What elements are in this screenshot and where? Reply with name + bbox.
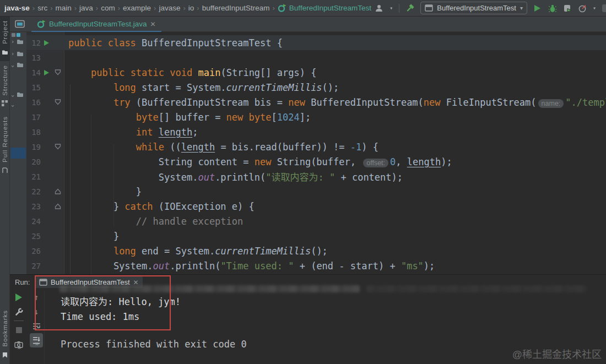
code-token: void — [170, 67, 192, 78]
code-token: "Time used: " — [220, 260, 294, 271]
fold-down-icon[interactable] — [52, 144, 64, 150]
breadcrumb-item[interactable]: javase — [159, 4, 180, 12]
breadcrumb-item[interactable]: com — [101, 4, 115, 12]
editor-tab[interactable]: BufferedInputStreamTest.java ✕ — [31, 17, 161, 32]
code-token: // handle exception — [136, 216, 243, 227]
fold-down-icon[interactable] — [52, 99, 64, 105]
code-token: new — [424, 97, 441, 108]
code-text: try (BufferedInputStream bis = new Buffe… — [64, 97, 606, 108]
soft-wrap-icon[interactable] — [30, 319, 43, 333]
more-options-icon[interactable]: » — [17, 344, 20, 351]
code-line[interactable]: 25 } — [26, 229, 606, 243]
code-line[interactable]: 23 } catch (IOException e) { — [26, 199, 606, 214]
code-editor[interactable]: 12public class BufferedInputStreamTest {… — [26, 32, 606, 274]
code-line[interactable]: 15 long start = System.currentTimeMillis… — [26, 80, 606, 95]
code-text: public class BufferedInputStreamTest { — [64, 37, 283, 48]
toolwindow-preview-icon[interactable] — [15, 20, 25, 28]
run-line-icon[interactable] — [41, 40, 52, 46]
project-tree-folder[interactable]: ⌄ — [10, 91, 26, 97]
code-line[interactable]: 17 byte[] buffer = new byte[1024]; — [26, 110, 606, 124]
clipped-toolbar-icon[interactable] — [602, 4, 606, 12]
fold-up-icon[interactable] — [52, 203, 64, 209]
run-line-icon[interactable] — [41, 70, 52, 75]
code-token: } — [68, 231, 119, 242]
fold-up-icon[interactable] — [52, 188, 64, 194]
more-options-icon[interactable]: » — [35, 340, 37, 347]
run-config-dropdown-arrow: ▾ — [520, 5, 523, 11]
code-line[interactable]: 18 int length; — [26, 124, 606, 139]
code-text: while ((length = bis.read(buffer)) != -1… — [64, 142, 378, 153]
toolwindow-bookmarks-button[interactable]: Bookmarks — [0, 306, 10, 364]
line-number: 13 — [26, 53, 41, 62]
breadcrumb-item[interactable]: BufferedInputStreamTest — [278, 4, 371, 13]
run-button[interactable] — [533, 4, 542, 13]
breadcrumb-item[interactable]: java — [79, 4, 93, 12]
breadcrumb-item[interactable]: main — [55, 4, 71, 12]
project-tree-selected-item[interactable] — [10, 148, 26, 159]
toolwindow-structure-button[interactable]: Structure — [0, 61, 10, 113]
chevron-right-icon: › — [11, 51, 15, 57]
run-with-coverage-icon[interactable] — [563, 4, 572, 13]
scroll-down-icon[interactable]: ↓ — [30, 305, 43, 319]
code-line[interactable]: 19 while ((length = bis.read(buffer)) !=… — [26, 139, 606, 154]
run-panel-label: Run: — [15, 278, 30, 286]
project-tree-folder[interactable]: › — [10, 39, 26, 45]
code-token: main — [198, 67, 221, 78]
code-token: ); — [441, 156, 452, 167]
debug-bug-icon[interactable] — [548, 4, 557, 13]
code-line[interactable]: 21 System.out.println("读取内容为: " + conten… — [26, 169, 606, 184]
code-line[interactable]: 14 public static void main(String[] args… — [26, 65, 606, 80]
code-token: [ — [272, 112, 277, 123]
pull-requests-label: Pull Requests — [2, 116, 8, 162]
run-options-dropdown-arrow[interactable]: ▾ — [593, 5, 596, 11]
code-line[interactable]: 13 — [26, 50, 606, 65]
fold-down-icon[interactable] — [52, 69, 64, 75]
code-token: byte — [136, 112, 159, 123]
code-text: System.out.println("Time used: " + (end … — [64, 260, 435, 271]
code-line[interactable]: 20 String content = new String(buffer, o… — [26, 154, 606, 169]
toolwindow-project-button[interactable]: Project — [0, 17, 10, 61]
toolwindow-pull-requests-button[interactable]: Pull Requests — [0, 112, 10, 180]
code-line[interactable]: 22 } — [26, 184, 606, 199]
project-tree-strip[interactable]: ››⌄⌄⌄ — [10, 32, 26, 274]
code-token: -1 — [350, 142, 361, 153]
code-token: try — [113, 97, 131, 108]
breadcrumb-item[interactable]: io — [188, 4, 194, 12]
code-token: ; — [192, 127, 198, 138]
breadcrumb-separator: › — [273, 4, 275, 12]
code-token: String(buffer, — [271, 156, 361, 167]
stop-button[interactable] — [12, 323, 25, 337]
user-dropdown-arrow[interactable]: ▾ — [389, 5, 393, 11]
breadcrumb-item[interactable]: src — [37, 4, 47, 12]
breadcrumb-item[interactable]: bufferedInputStream — [202, 4, 270, 12]
code-token: System. — [68, 172, 198, 183]
line-number: 16 — [26, 98, 41, 107]
code-token: (); — [311, 246, 328, 257]
code-token: new — [255, 156, 272, 167]
breadcrumb-item[interactable]: java-se — [4, 4, 30, 12]
code-line[interactable]: 24 // handle exception — [26, 214, 606, 229]
tab-close-icon[interactable]: ✕ — [150, 20, 156, 28]
code-line[interactable]: 26 long end = System.currentTimeMillis()… — [26, 243, 606, 258]
scroll-up-icon[interactable]: ↑ — [30, 290, 43, 305]
rerun-button[interactable] — [12, 290, 25, 305]
build-hammer-icon[interactable] — [405, 4, 414, 13]
code-line[interactable]: 27 System.out.println("Time used: " + (e… — [26, 258, 606, 273]
breadcrumb-item[interactable]: example — [123, 4, 151, 12]
project-tree-folder[interactable]: › — [10, 51, 26, 57]
profiler-icon[interactable] — [578, 4, 587, 13]
code-token: , — [396, 156, 407, 167]
project-tree-chevron[interactable]: ⌄ — [10, 101, 26, 107]
code-token: out — [153, 260, 170, 271]
code-line[interactable]: 12public class BufferedInputStreamTest { — [26, 35, 606, 50]
editor-tab-label: BufferedInputStreamTest.java — [49, 20, 147, 28]
code-token: public — [91, 67, 125, 78]
code-line[interactable]: 16 try (BufferedInputStream bis = new Bu… — [26, 95, 606, 110]
project-tree-folder[interactable]: ⌄ — [10, 62, 26, 68]
run-settings-wrench-icon[interactable] — [12, 305, 25, 319]
code-text: } — [64, 186, 142, 197]
run-config-select[interactable]: BufferedInputStreamTest ▾ — [420, 2, 527, 14]
bookmark-flag-icon — [2, 350, 8, 360]
code-token: length — [159, 127, 192, 138]
user-profile-icon[interactable] — [375, 4, 383, 13]
